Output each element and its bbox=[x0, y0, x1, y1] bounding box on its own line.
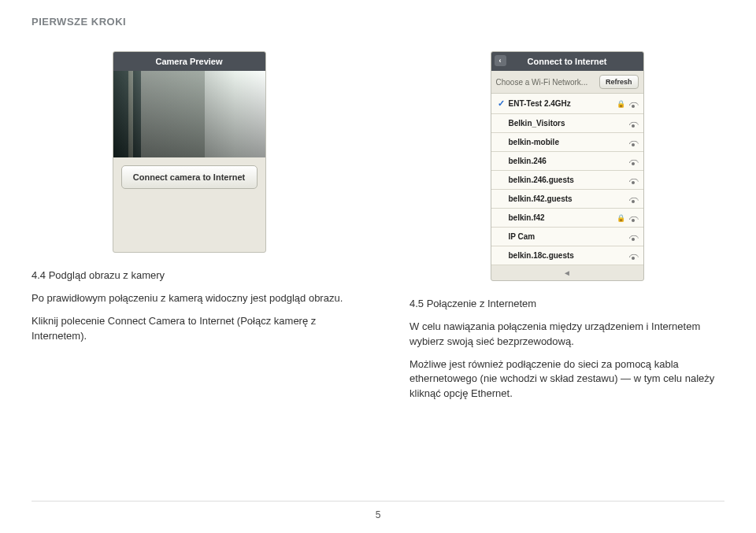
wifi-network-name: belkin.f42.guests bbox=[509, 194, 573, 203]
phone2-titlebar: ‹ Connect to Internet bbox=[491, 52, 643, 71]
wifi-signal-icon bbox=[629, 139, 637, 146]
phone1-titlebar: Camera Preview bbox=[113, 52, 265, 71]
wifi-row-icons bbox=[629, 177, 637, 183]
wifi-signal-icon bbox=[629, 253, 637, 259]
phone-wifi-wrap: ‹ Connect to Internet Choose a Wi-Fi Net… bbox=[410, 51, 724, 281]
phone-connect-internet: ‹ Connect to Internet Choose a Wi-Fi Net… bbox=[491, 51, 644, 281]
wifi-name-wrap: belkin.246 bbox=[498, 157, 547, 165]
wifi-row-icons bbox=[629, 196, 637, 202]
wifi-network-name: belkin-mobile bbox=[509, 138, 559, 146]
right-column: ‹ Connect to Internet Choose a Wi-Fi Net… bbox=[410, 51, 724, 409]
wifi-name-wrap: belkin.f42.guests bbox=[498, 194, 573, 203]
right-section-title: 4.5 Połączenie z Internetem bbox=[410, 297, 724, 312]
wifi-signal-icon bbox=[629, 158, 637, 165]
wifi-name-wrap: IP Cam bbox=[498, 232, 536, 241]
wifi-network-name: belkin.18c.guests bbox=[509, 251, 574, 260]
wifi-signal-icon bbox=[629, 177, 637, 183]
phone-preview-wrap: Camera Preview Connect camera to Interne… bbox=[32, 51, 346, 253]
wifi-network-item[interactable]: belkin.f42🔒 bbox=[491, 209, 643, 228]
left-paragraph-2: Kliknij polecenie Connect Camera to Inte… bbox=[32, 314, 346, 344]
wifi-name-wrap: Belkin_Visitors bbox=[498, 119, 565, 128]
lock-icon: 🔒 bbox=[617, 214, 625, 222]
page-number: 5 bbox=[376, 509, 381, 520]
content-columns: Camera Preview Connect camera to Interne… bbox=[32, 51, 724, 409]
phone1-spacer bbox=[113, 197, 265, 252]
checkmark-icon: ✓ bbox=[498, 98, 506, 109]
wifi-name-wrap: ✓ENT-Test 2.4GHz bbox=[498, 98, 571, 109]
wifi-signal-icon bbox=[629, 234, 637, 240]
camera-preview-image bbox=[113, 71, 265, 157]
nav-arrow-left-icon[interactable]: ◄ bbox=[491, 265, 643, 280]
wifi-network-item[interactable]: belkin.18c.guests bbox=[491, 246, 643, 265]
footer-rule bbox=[32, 501, 724, 502]
wifi-signal-icon bbox=[629, 215, 637, 221]
left-section-title: 4.4 Podgląd obrazu z kamery bbox=[32, 268, 346, 283]
wifi-network-name: Belkin_Visitors bbox=[509, 119, 565, 128]
phone1-title: Camera Preview bbox=[156, 57, 223, 66]
wifi-network-name: belkin.246 bbox=[509, 157, 547, 165]
wifi-row-icons: 🔒 bbox=[617, 100, 637, 108]
left-column: Camera Preview Connect camera to Interne… bbox=[32, 51, 346, 409]
wifi-network-name: belkin.246.guests bbox=[509, 176, 574, 184]
wifi-network-name: ENT-Test 2.4GHz bbox=[509, 99, 571, 108]
wifi-signal-icon bbox=[629, 196, 637, 202]
wifi-network-list: ✓ENT-Test 2.4GHz🔒Belkin_Visitorsbelkin-m… bbox=[491, 94, 643, 265]
wifi-network-item[interactable]: belkin.f42.guests bbox=[491, 190, 643, 209]
right-paragraph-2: Możliwe jest również podłączenie do siec… bbox=[410, 357, 724, 402]
left-text: 4.4 Podgląd obrazu z kamery Po prawidłow… bbox=[32, 268, 346, 343]
right-paragraph-1: W celu nawiązania połączenia między urzą… bbox=[410, 320, 724, 350]
wifi-signal-icon bbox=[629, 101, 637, 107]
wifi-subbar: Choose a Wi-Fi Network... Refresh bbox=[491, 71, 643, 94]
connect-camera-button[interactable]: Connect camera to Internet bbox=[121, 165, 258, 189]
wifi-network-name: belkin.f42 bbox=[509, 213, 545, 222]
lock-icon: 🔒 bbox=[617, 100, 625, 108]
wifi-name-wrap: belkin.18c.guests bbox=[498, 251, 574, 260]
wifi-network-item[interactable]: Belkin_Visitors bbox=[491, 114, 643, 133]
wifi-name-wrap: belkin-mobile bbox=[498, 138, 559, 146]
right-text: 4.5 Połączenie z Internetem W celu nawią… bbox=[410, 297, 724, 402]
wifi-signal-icon bbox=[629, 120, 637, 127]
wifi-network-name: IP Cam bbox=[509, 232, 536, 241]
wifi-row-icons bbox=[629, 234, 637, 240]
phone-camera-preview: Camera Preview Connect camera to Interne… bbox=[113, 51, 266, 253]
wifi-row-icons bbox=[629, 120, 637, 127]
wifi-name-wrap: belkin.f42 bbox=[498, 213, 545, 222]
section-header: PIERWSZE KROKI bbox=[32, 16, 724, 28]
wifi-network-item[interactable]: belkin.246.guests bbox=[491, 171, 643, 190]
wifi-row-icons bbox=[629, 253, 637, 259]
wifi-row-icons: 🔒 bbox=[617, 214, 637, 222]
choose-network-label: Choose a Wi-Fi Network... bbox=[496, 78, 588, 87]
back-icon[interactable]: ‹ bbox=[495, 55, 506, 66]
left-paragraph-1: Po prawidłowym połączeniu z kamerą widoc… bbox=[32, 291, 346, 306]
wifi-network-item[interactable]: belkin-mobile bbox=[491, 133, 643, 152]
refresh-button[interactable]: Refresh bbox=[599, 75, 639, 89]
wifi-row-icons bbox=[629, 139, 637, 146]
phone2-title: Connect to Internet bbox=[528, 57, 607, 66]
wifi-network-item[interactable]: belkin.246 bbox=[491, 152, 643, 171]
wifi-row-icons bbox=[629, 158, 637, 165]
wifi-network-item[interactable]: IP Cam bbox=[491, 228, 643, 246]
wifi-name-wrap: belkin.246.guests bbox=[498, 176, 574, 184]
wifi-network-item[interactable]: ✓ENT-Test 2.4GHz🔒 bbox=[491, 94, 643, 114]
